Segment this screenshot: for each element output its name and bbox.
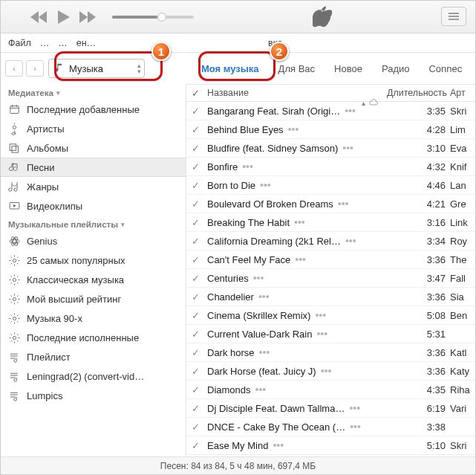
sidebar-playlist-item[interactable]: Музыка 90-х xyxy=(1,308,186,328)
more-button[interactable]: ••• xyxy=(260,181,271,189)
sidebar-playlist-item[interactable]: Последние исполненные xyxy=(1,328,186,347)
check-icon[interactable]: ✓ xyxy=(186,366,204,377)
table-row[interactable]: ✓Born to Die•••4:46Lan xyxy=(186,176,475,195)
check-icon[interactable]: ✓ xyxy=(186,124,204,135)
sidebar-section-playlists[interactable]: Музыкальные плейлисты▾ xyxy=(1,216,186,231)
more-button[interactable]: ••• xyxy=(338,200,349,207)
more-button[interactable]: ••• xyxy=(242,163,253,170)
table-row[interactable]: ✓Dj Disciple Feat. Dawn Tallma…•••6:19Va… xyxy=(186,399,475,418)
tab-new[interactable]: Новое xyxy=(330,60,367,77)
more-button[interactable]: ••• xyxy=(345,237,356,245)
sidebar-item[interactable]: Последние добавленные xyxy=(1,100,186,119)
more-button[interactable]: ••• xyxy=(295,256,306,263)
column-artist[interactable]: Арт xyxy=(450,88,475,98)
table-row[interactable]: ✓Dark horse•••3:36Katl xyxy=(186,343,475,362)
more-button[interactable]: ••• xyxy=(350,423,361,430)
check-icon[interactable]: ✓ xyxy=(186,217,204,228)
tab-for-you[interactable]: Для Вас xyxy=(274,60,319,77)
table-row[interactable]: ✓Diamonds•••4:35Riha xyxy=(186,381,475,399)
table-row[interactable]: ✓Current Value-Dark Rain•••5:31 xyxy=(186,325,475,343)
check-icon[interactable]: ✓ xyxy=(186,106,204,117)
table-row[interactable]: ✓Bludfire (feat. Sidney Samson)•••3:10Ev… xyxy=(186,139,475,158)
volume-slider[interactable] xyxy=(112,16,194,19)
check-icon[interactable]: ✓ xyxy=(186,347,204,358)
table-row[interactable]: ✓Ease My Mind•••5:10Skri xyxy=(186,436,475,455)
tab-connect[interactable]: Connec xyxy=(424,60,466,77)
more-button[interactable]: ••• xyxy=(259,349,270,356)
sidebar-item[interactable]: Альбомы xyxy=(1,138,186,158)
more-button[interactable]: ••• xyxy=(321,367,332,375)
nav-back-button[interactable]: ‹ xyxy=(5,60,23,77)
list-view-button[interactable] xyxy=(441,7,466,26)
check-icon[interactable]: ✓ xyxy=(186,198,204,210)
menu-item[interactable]: … xyxy=(36,38,54,48)
sidebar-item[interactable]: Артисты xyxy=(1,119,186,138)
sidebar-playlist-item[interactable]: Lumpics xyxy=(1,386,186,405)
check-icon[interactable]: ✓ xyxy=(186,143,204,154)
check-icon[interactable]: ✓ xyxy=(186,236,204,247)
menu-file[interactable]: Файл xyxy=(4,38,36,48)
check-icon[interactable]: ✓ xyxy=(186,161,204,172)
table-row[interactable]: ✓California Dreaming (2k1 Rel…•••3:34Roy xyxy=(186,232,475,251)
tab-my-music[interactable]: Моя музыка xyxy=(197,60,264,77)
column-duration[interactable]: Длительность xyxy=(383,88,450,98)
check-icon[interactable]: ✓ xyxy=(186,329,204,340)
sidebar-playlist-item[interactable]: Плейлист xyxy=(1,347,186,366)
sidebar-section-library[interactable]: Медиатека▾ xyxy=(1,84,186,100)
sidebar-item[interactable]: Песни xyxy=(1,158,186,177)
more-button[interactable]: ••• xyxy=(288,126,299,133)
table-row[interactable]: ✓Boulevard Of Broken Dreams•••4:21Gre xyxy=(186,195,475,213)
more-button[interactable]: ••• xyxy=(253,274,264,282)
table-row[interactable]: ✓Behind Blue Eyes•••4:28Lim xyxy=(186,120,475,139)
table-row[interactable]: ✓Bangarang Feat. Sirah (Origi…•••3:35Skr… xyxy=(186,102,475,120)
sidebar-playlist-item[interactable]: Классическая музыка xyxy=(1,270,186,289)
sidebar-playlist-item[interactable]: Leningrad(2) (convert-vid… xyxy=(1,366,186,386)
table-row[interactable]: ✓Chandelier•••3:36Sia xyxy=(186,288,475,306)
more-button[interactable]: ••• xyxy=(345,107,356,114)
check-icon[interactable]: ✓ xyxy=(186,421,204,433)
check-icon[interactable]: ✓ xyxy=(186,291,204,303)
check-icon[interactable]: ✓ xyxy=(186,254,204,265)
table-row[interactable]: ✓Centuries•••3:47Fall xyxy=(186,269,475,288)
more-button[interactable]: ••• xyxy=(255,386,267,393)
sidebar-item[interactable]: Видеоклипы xyxy=(1,196,186,216)
more-button[interactable]: ••• xyxy=(258,293,270,300)
column-name[interactable]: Название ▴ xyxy=(204,88,383,98)
sidebar-playlist-item[interactable]: Мой высший рейтинг xyxy=(1,289,186,308)
prev-track-button[interactable] xyxy=(29,7,48,27)
menu-item[interactable]: … xyxy=(53,38,72,48)
more-button[interactable]: ••• xyxy=(349,404,360,412)
play-button[interactable] xyxy=(50,4,76,30)
more-button[interactable]: ••• xyxy=(342,144,353,152)
media-type-selector[interactable]: Музыка ▴▾ xyxy=(48,59,145,78)
check-icon[interactable]: ✓ xyxy=(186,384,204,395)
table-row[interactable]: ✓DNCE - Cake By The Ocean (…•••3:38 xyxy=(186,418,475,436)
check-icon[interactable]: ✓ xyxy=(186,273,204,284)
track-duration: 3:34 xyxy=(383,236,450,247)
table-row[interactable]: ✓Bonfire•••4:32Knif xyxy=(186,158,475,176)
table-row[interactable]: ✓Can't Feel My Face•••3:36The xyxy=(186,251,475,269)
check-icon[interactable]: ✓ xyxy=(186,440,204,451)
table-row[interactable]: ✓Breaking The Habit•••3:16Link xyxy=(186,213,475,232)
next-track-button[interactable] xyxy=(78,7,97,27)
nav-forward-button[interactable]: › xyxy=(26,60,44,77)
check-icon[interactable]: ✓ xyxy=(186,180,204,191)
sidebar-playlist-item[interactable]: 25 самых популярных xyxy=(1,251,186,270)
check-icon[interactable]: ✓ xyxy=(186,403,204,414)
sidebar-playlist-item[interactable]: Genius xyxy=(1,231,186,251)
table-row[interactable]: ✓Cinema (Skrillex Remix)•••5:08Ben xyxy=(186,306,475,325)
more-button[interactable]: ••• xyxy=(315,311,326,319)
sidebar-item-label: Артисты xyxy=(27,123,65,135)
more-button[interactable]: ••• xyxy=(294,219,305,226)
menu-item[interactable]: ен… xyxy=(72,38,100,48)
sidebar-item[interactable]: Жанры xyxy=(1,177,186,196)
more-button[interactable]: ••• xyxy=(316,330,327,337)
column-check[interactable]: ✓ xyxy=(186,88,204,99)
check-icon[interactable]: ✓ xyxy=(186,310,204,321)
track-duration: 6:19 xyxy=(383,403,450,414)
track-artist: Vari xyxy=(450,403,475,414)
table-row[interactable]: ✓Ease My Mind•••5:42Skri xyxy=(186,455,475,456)
tab-radio[interactable]: Радио xyxy=(377,60,414,77)
more-button[interactable]: ••• xyxy=(273,442,284,449)
table-row[interactable]: ✓Dark Horse (feat. Juicy J)•••3:36Katy xyxy=(186,362,475,381)
